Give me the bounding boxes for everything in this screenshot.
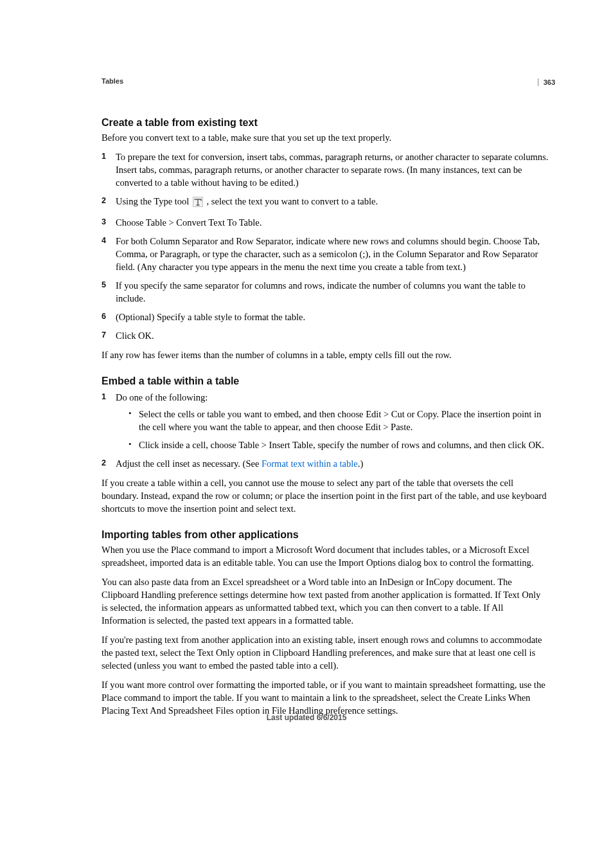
type-tool-icon xyxy=(193,197,203,210)
footer-last-updated: Last updated 6/6/2015 xyxy=(0,713,613,722)
step-text: .) xyxy=(358,458,363,469)
body-para: You can also paste data from an Excel sp… xyxy=(102,575,549,627)
cross-ref-link[interactable]: Format text within a table xyxy=(262,458,358,469)
heading-importing-tables: Importing tables from other applications xyxy=(102,529,549,541)
step-item: Using the Type tool , select the text yo… xyxy=(102,195,549,210)
step-text: Adjust the cell inset as necessary. (See xyxy=(116,458,262,469)
body-para: If you're pasting text from another appl… xyxy=(102,633,549,672)
body-para: When you use the Place command to import… xyxy=(102,543,549,569)
bullet-item: Select the cells or table you want to em… xyxy=(129,408,549,433)
heading-create-table: Create a table from existing text xyxy=(102,117,549,129)
step-item: (Optional) Specify a table style to form… xyxy=(102,311,549,323)
closing-text: If you create a table within a cell, you… xyxy=(102,476,549,515)
body-para: If you want more control over formatting… xyxy=(102,678,549,717)
step-item: Adjust the cell inset as necessary. (See… xyxy=(102,457,549,470)
step-item: For both Column Separator and Row Separa… xyxy=(102,235,549,273)
step-item: Click OK. xyxy=(102,329,549,342)
closing-text: If any row has fewer items than the numb… xyxy=(102,348,549,361)
step-item: Choose Table > Convert Text To Table. xyxy=(102,216,549,229)
page-number: 363 xyxy=(538,78,555,86)
running-head-section: Tables xyxy=(102,77,549,85)
intro-text: Before you convert text to a table, make… xyxy=(102,131,549,144)
step-item: To prepare the text for conversion, inse… xyxy=(102,150,549,189)
bullet-item: Click inside a cell, choose Table > Inse… xyxy=(129,439,549,451)
step-text: Do one of the following: xyxy=(116,392,208,402)
step-item: If you specify the same separator for co… xyxy=(102,279,549,305)
step-item: Do one of the following: Select the cell… xyxy=(102,391,549,451)
heading-embed-table: Embed a table within a table xyxy=(102,375,549,387)
step-text: , select the text you want to convert to… xyxy=(207,196,378,206)
step-text: Using the Type tool xyxy=(116,196,191,206)
